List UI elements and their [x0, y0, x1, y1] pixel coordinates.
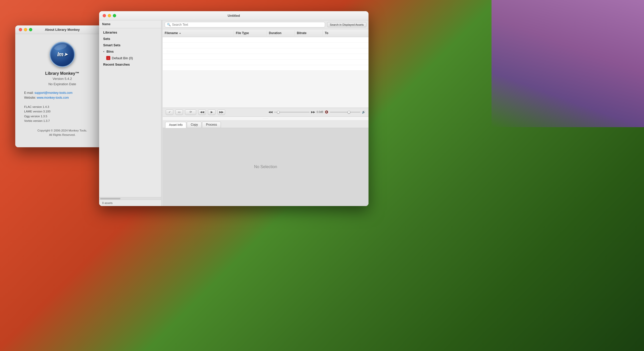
th-filename[interactable]: Filename ▲ — [163, 30, 234, 36]
website-link[interactable]: www.monkey-tools.com — [37, 96, 69, 99]
app-name: Library Monkey™ — [20, 71, 104, 76]
content-area: 🔍 Search in Displayed Assets Filename ▲ … — [163, 20, 369, 206]
rewind-button[interactable]: ◀◀ — [198, 109, 206, 115]
main-body: Name Libraries Sets Smart Sets ▾ Bins ↓ … — [99, 20, 369, 206]
lib-vorbis: Vorbis version 1.3.7 — [24, 119, 100, 123]
screen-icon: ▭ — [178, 110, 180, 114]
search-in-assets-button[interactable]: Search in Displayed Assets — [327, 22, 366, 27]
tab-process[interactable]: Process — [202, 122, 221, 128]
lib-lame: LAME version 3.100 — [24, 109, 100, 114]
sidebar-header: Name — [99, 20, 161, 28]
transport-bar: ✓ ▭ ⟳ ◀◀ ▶ ▶▶ ◀◀ — [163, 108, 369, 117]
sidebar-item-bins[interactable]: ▾ Bins — [99, 48, 161, 55]
volume-high-icon: 🔊 — [362, 110, 365, 114]
vol-skip-back-icon: ◀◀ — [268, 110, 272, 114]
bins-disclosure-icon: ▾ — [103, 50, 104, 53]
screen-button[interactable]: ▭ — [175, 109, 183, 115]
email-link[interactable]: support@monkey-tools.com — [35, 91, 73, 95]
smart-sets-label: Smart Sets — [103, 43, 120, 47]
volume-low-icon: 🔇 — [325, 110, 328, 114]
th-bitrate-label: Bitrate — [297, 31, 306, 35]
table-header: Filename ▲ File Type Duration Bitrate To — [163, 29, 369, 37]
no-selection-text: No Selection — [254, 165, 277, 169]
loop-button[interactable]: ⟳ — [185, 109, 196, 115]
asset-table: Filename ▲ File Type Duration Bitrate To — [163, 29, 369, 108]
main-window-title: Untitled — [228, 14, 240, 18]
seek-slider[interactable] — [274, 112, 310, 113]
lib-ogg: Ogg version 1.3.5 — [24, 114, 100, 119]
sidebar: Name Libraries Sets Smart Sets ▾ Bins ↓ … — [99, 20, 161, 206]
copyright-line1: Copyright © 2006-2024 Monkey Tools. — [24, 128, 100, 133]
bin-download-icon: ↓ — [106, 56, 110, 60]
th-duration-label: Duration — [269, 31, 281, 35]
default-bin-label: Default Bin (0) — [112, 56, 133, 60]
main-maximize-button[interactable] — [113, 14, 116, 17]
about-content: lm ➤ Library Monkey™ Version 5.4.2 No Ex… — [15, 34, 109, 147]
vol-skip-fwd-icon: ▶▶ — [311, 110, 315, 114]
sidebar-items: Libraries Sets Smart Sets ▾ Bins ↓ Defau… — [99, 28, 161, 197]
forward-icon: ▶▶ — [219, 110, 223, 114]
volume-thumb[interactable] — [348, 111, 350, 113]
forward-button[interactable]: ▶▶ — [218, 109, 225, 115]
about-titlebar: About Library Monkey — [15, 25, 109, 34]
status-bar: 0 assets — [99, 200, 161, 206]
libraries-label: Libraries — [103, 31, 117, 34]
th-extra-label: To — [325, 31, 328, 35]
recent-searches-label: Recent Searches — [103, 63, 130, 66]
copyright: Copyright © 2006-2024 Monkey Tools. All … — [20, 126, 104, 142]
sidebar-item-default-bin[interactable]: ↓ Default Bin (0) — [99, 55, 161, 61]
tab-copy[interactable]: Copy — [187, 122, 202, 128]
close-button[interactable] — [19, 28, 22, 31]
sidebar-scrollbar[interactable] — [99, 197, 161, 200]
logo-arrow-icon: ➤ — [64, 52, 67, 57]
email-row: E-mail: support@monkey-tools.com — [20, 91, 104, 95]
minimize-button[interactable] — [24, 28, 27, 31]
app-expiry: No Expiration Date — [20, 82, 104, 86]
search-magnifier-icon: 🔍 — [167, 23, 171, 26]
table-row — [163, 48, 369, 54]
filename-sort-icon: ▲ — [179, 32, 181, 34]
main-close-button[interactable] — [103, 14, 106, 17]
check-button[interactable]: ✓ — [166, 109, 173, 115]
th-filetype[interactable]: File Type — [234, 30, 267, 36]
sets-label: Sets — [103, 37, 110, 41]
sidebar-item-sets[interactable]: Sets — [99, 36, 161, 42]
table-row — [163, 43, 369, 48]
sidebar-item-libraries[interactable]: Libraries — [99, 29, 161, 36]
check-icon: ✓ — [168, 110, 171, 114]
no-selection-panel: No Selection — [163, 128, 369, 206]
logo-lm: lm — [57, 51, 63, 58]
sidebar-item-smart-sets[interactable]: Smart Sets — [99, 42, 161, 48]
db-label: 0.0dB — [317, 111, 323, 113]
th-bitrate[interactable]: Bitrate — [295, 30, 323, 36]
table-row — [163, 54, 369, 60]
play-icon: ▶ — [211, 110, 213, 114]
volume-section: ◀◀ ▶▶ 0.0dB 🔇 🔊 — [268, 110, 365, 114]
main-minimize-button[interactable] — [108, 14, 111, 17]
table-row — [163, 37, 369, 43]
maximize-button[interactable] — [29, 28, 32, 31]
app-version: Version 5.4.2 — [20, 77, 104, 81]
play-button[interactable]: ▶ — [208, 109, 216, 115]
sidebar-scrollbar-thumb[interactable] — [100, 198, 120, 199]
about-window: About Library Monkey lm ➤ Library Monkey… — [15, 25, 109, 147]
lib-flac: FLAC version 1.4.3 — [24, 105, 100, 109]
volume-slider[interactable] — [330, 112, 360, 113]
copyright-line2: All Rights Reserved. — [24, 133, 100, 137]
th-duration[interactable]: Duration — [267, 30, 295, 36]
rewind-icon: ◀◀ — [200, 110, 204, 114]
logo-text: lm ➤ — [57, 51, 67, 58]
resize-handle[interactable]: · · · · · — [163, 117, 369, 120]
search-input[interactable] — [172, 23, 323, 26]
libs-section: FLAC version 1.4.3 LAME version 3.100 Og… — [20, 101, 104, 126]
th-extra[interactable]: To — [323, 30, 338, 36]
seek-thumb[interactable] — [277, 111, 280, 113]
email-label: E-mail: — [24, 91, 34, 95]
sidebar-item-recent-searches[interactable]: Recent Searches — [99, 61, 161, 68]
main-titlebar: Untitled — [99, 11, 369, 20]
panel-tabs: Asset Info Copy Process — [163, 120, 369, 128]
th-filetype-label: File Type — [236, 31, 249, 35]
tab-asset-info[interactable]: Asset Info — [165, 122, 186, 128]
table-rows[interactable] — [163, 37, 369, 70]
th-filename-label: Filename — [165, 31, 178, 35]
